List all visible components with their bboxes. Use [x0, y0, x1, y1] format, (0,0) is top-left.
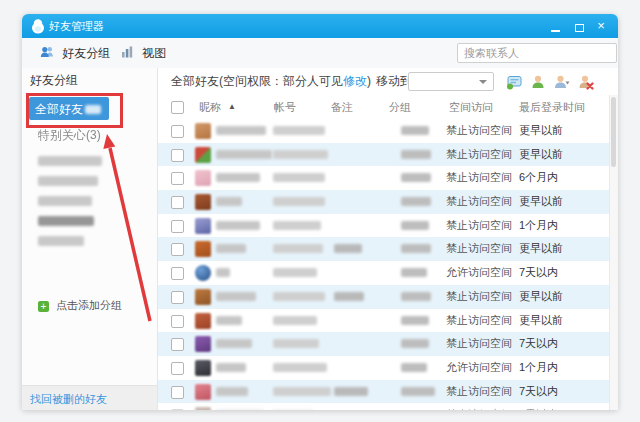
friend-row[interactable]: 禁止访问空间 更早以前: [158, 143, 618, 167]
column-space-access[interactable]: 空间访问: [449, 95, 493, 119]
redacted-group-name: [38, 196, 92, 206]
scrollbar-thumb[interactable]: [611, 97, 616, 167]
space-permission: 允许访问空间: [446, 356, 512, 380]
redacted-account: [273, 221, 321, 230]
last-login-time: 7天以内: [519, 261, 558, 285]
friend-row[interactable]: 禁止访问空间 7天以内: [158, 332, 618, 356]
space-permission: 禁止访问空间: [446, 285, 512, 309]
sidebar-group-item[interactable]: [22, 230, 157, 250]
toolbar: 好友分组 视图: [22, 38, 618, 69]
redacted-nickname: [216, 387, 248, 396]
last-login-time: 6个月内: [519, 166, 558, 190]
row-checkbox[interactable]: [171, 338, 184, 351]
friend-row[interactable]: 禁止访问空间 更早以前: [158, 237, 618, 261]
window-title: 好友管理器: [49, 19, 104, 34]
row-checkbox[interactable]: [171, 315, 184, 328]
space-permission: 禁止访问空间: [446, 309, 512, 333]
last-login-time: 更早以前: [519, 285, 563, 309]
close-button[interactable]: ×: [592, 18, 610, 34]
summary-text: 全部好友(空间权限：部分人可见: [171, 74, 343, 88]
group-label: 特别关心(3): [38, 128, 101, 142]
redacted-group: [401, 126, 429, 135]
avatar: [195, 265, 211, 281]
last-login-time: 7天以内: [519, 332, 558, 356]
redacted-group: [401, 197, 431, 206]
column-last-login[interactable]: 最后登录时间: [519, 95, 585, 119]
space-permission: 禁止访问空间: [446, 214, 512, 238]
sidebar-group-item[interactable]: [22, 210, 157, 230]
move-to-dropdown[interactable]: [408, 72, 494, 91]
redacted-nickname: [216, 363, 246, 372]
avatar: [195, 218, 211, 234]
retrieve-deleted-friends-link[interactable]: 找回被删的好友: [30, 392, 107, 407]
friend-row[interactable]: 禁止访问空间 更早以前: [158, 190, 618, 214]
avatar: [195, 241, 211, 257]
sidebar-group-item[interactable]: [22, 190, 157, 210]
friend-row[interactable]: 禁止访问空间 7天以内: [158, 403, 618, 410]
screenshot: 好友管理器 × 好友分组: [0, 0, 640, 422]
sidebar-group-item[interactable]: [22, 170, 157, 190]
friend-row[interactable]: 允许访问空间 7天以内: [158, 261, 618, 285]
row-checkbox[interactable]: [171, 243, 184, 256]
redacted-account: [273, 173, 325, 182]
redacted-group-name: [38, 236, 84, 246]
redacted-nickname: [216, 126, 266, 135]
redacted-group: [401, 363, 427, 372]
redacted-remark: [334, 244, 362, 253]
friend-row[interactable]: 禁止访问空间 1个月内: [158, 214, 618, 238]
redacted-account: [273, 268, 317, 277]
delete-friend-icon[interactable]: [578, 73, 594, 89]
add-group-button[interactable]: + 点击添加分组: [38, 298, 122, 313]
row-checkbox[interactable]: [171, 362, 184, 375]
maximize-button[interactable]: [570, 18, 588, 34]
modify-permission-link[interactable]: 修改: [343, 74, 367, 88]
sidebar-group-item[interactable]: [22, 150, 157, 170]
last-login-time: 更早以前: [519, 309, 563, 333]
friend-row[interactable]: 禁止访问空间 更早以前: [158, 285, 618, 309]
row-checkbox[interactable]: [171, 386, 184, 399]
row-checkbox[interactable]: [171, 267, 184, 280]
last-login-time: 7天以内: [519, 380, 558, 404]
row-checkbox[interactable]: [171, 149, 184, 162]
vertical-scrollbar[interactable]: [609, 95, 618, 410]
friend-row[interactable]: 禁止访问空间 7天以内: [158, 380, 618, 404]
search-input[interactable]: [457, 43, 617, 63]
row-checkbox[interactable]: [171, 409, 184, 410]
redacted-nickname: [216, 292, 256, 301]
column-remark[interactable]: 备注: [331, 95, 353, 119]
row-checkbox[interactable]: [171, 220, 184, 233]
row-checkbox[interactable]: [171, 291, 184, 304]
redacted-nickname: [216, 316, 242, 325]
redacted-group-name: [38, 176, 98, 186]
row-checkbox[interactable]: [171, 196, 184, 209]
add-friend-icon[interactable]: [530, 73, 546, 89]
friend-manager-window: 好友管理器 × 好友分组: [22, 14, 618, 410]
tab-view[interactable]: 视图: [120, 38, 166, 68]
redacted-group: [401, 387, 435, 396]
column-group[interactable]: 分组: [389, 95, 411, 119]
sidebar-footer: 找回被删的好友: [22, 385, 157, 410]
chart-icon: [120, 40, 134, 54]
tab-friend-groups[interactable]: 好友分组: [40, 38, 110, 68]
space-permission: 允许访问空间: [446, 261, 512, 285]
redacted-group: [401, 221, 429, 230]
space-permission: 禁止访问空间: [446, 143, 512, 167]
manage-friend-icon[interactable]: [554, 73, 570, 89]
minimize-button[interactable]: [546, 18, 564, 34]
redacted-account: [273, 316, 317, 325]
friend-row[interactable]: 禁止访问空间 更早以前: [158, 119, 618, 143]
row-checkbox[interactable]: [171, 125, 184, 138]
avatar: [195, 170, 211, 186]
send-message-icon[interactable]: [506, 73, 522, 89]
friend-row[interactable]: 禁止访问空间 更早以前: [158, 309, 618, 333]
column-account[interactable]: 帐号: [274, 95, 296, 119]
column-nickname[interactable]: 昵称: [199, 95, 221, 119]
friend-row[interactable]: 允许访问空间 1个月内: [158, 356, 618, 380]
avatar: [195, 194, 211, 210]
friend-row[interactable]: 禁止访问空间 6个月内: [158, 166, 618, 190]
select-all-checkbox[interactable]: [171, 101, 184, 114]
redacted-account: [273, 150, 328, 159]
row-checkbox[interactable]: [171, 172, 184, 185]
sidebar-header: 好友分组: [30, 72, 78, 89]
redacted-group: [401, 292, 431, 301]
